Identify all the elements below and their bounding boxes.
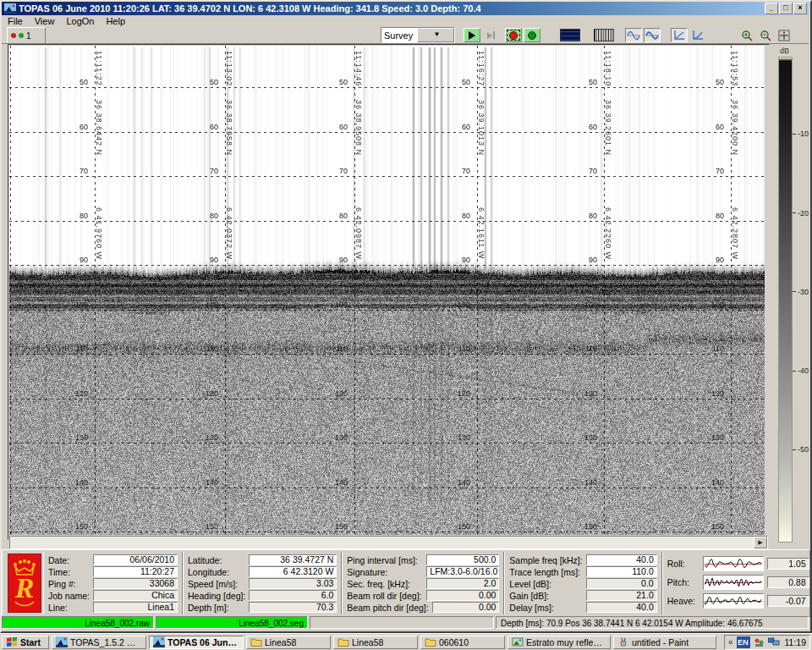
image-icon	[512, 636, 524, 647]
taskbar-item-0[interactable]: TOPAS_1.5.2 MkII	[52, 636, 146, 649]
svg-text:R: R	[14, 572, 35, 603]
close-button[interactable]: ×	[793, 3, 807, 14]
field-label: Longitude:	[188, 567, 249, 577]
menu-view[interactable]: View	[29, 16, 61, 27]
field-label: Beam roll dir [deg]:	[347, 591, 426, 601]
field-label: Ping interval [ms]:	[347, 555, 426, 565]
taskbar-item-4[interactable]: 060610	[420, 636, 505, 649]
field-label: Sample freq [kHz]:	[509, 555, 585, 565]
info-row: Trace length [ms]:110.0	[509, 566, 656, 577]
field-label: Trace length [ms]:	[509, 567, 585, 577]
tick-mark	[793, 449, 796, 450]
field-label: Depth [m]:	[188, 603, 249, 613]
horizontal-scrollbar[interactable]: ▶	[9, 536, 768, 549]
zoom-in-button[interactable]	[738, 28, 755, 42]
zoom-out-button[interactable]	[757, 28, 774, 42]
field-label: Time:	[48, 567, 93, 577]
info-row: Speed [m/s]:3.03	[188, 578, 337, 589]
info-row: Latitude:36 39.4727 N	[188, 554, 337, 565]
tick-label: -20	[798, 209, 809, 218]
taskbar-item-1[interactable]: TOPAS 06 June 2...	[149, 636, 244, 649]
nav-info-group: Latitude:36 39.4727 NLongitude:6 42.3120…	[183, 552, 342, 614]
windows-logo-icon	[6, 636, 18, 647]
colorbar-tick: -40	[793, 366, 809, 375]
window-title: TOPAS 06 June 2010 11:20:26 LAT: 36 39.4…	[19, 3, 481, 14]
zoom-fit-icon	[778, 30, 790, 41]
motion-value: 0.88	[767, 576, 809, 588]
tab-label: 1	[26, 31, 31, 41]
field-value: 0.00	[426, 590, 499, 601]
folder-icon	[250, 636, 262, 647]
menu-help[interactable]: Help	[100, 16, 131, 27]
plot-a-icon	[673, 30, 685, 41]
tick-label: -50	[798, 445, 809, 454]
taskbar-item-3[interactable]: Linea58	[333, 636, 418, 649]
institution-logo: R	[8, 554, 41, 613]
taskbar-item-6[interactable]: untitled - Paint	[613, 636, 716, 649]
record-status-icon	[11, 33, 16, 38]
play-button[interactable]	[464, 28, 480, 42]
field-value: 0.00	[432, 602, 500, 613]
field-label: Latitude:	[188, 555, 249, 565]
tab-1[interactable]: 1	[7, 27, 46, 43]
info-row: Longitude:6 42.3120 W	[188, 566, 337, 577]
tick-mark	[793, 134, 796, 135]
echogram-view-button[interactable]	[559, 28, 581, 42]
colorbar: dB -10-20-30-40-50	[773, 45, 810, 548]
field-value: 36 39.4727 N	[249, 554, 337, 565]
field-label: Sec. freq. [kHz]:	[347, 579, 426, 589]
field-value: Chica	[93, 590, 178, 601]
title-bar[interactable]: TOPAS 06 June 2010 11:20:26 LAT: 36 39.4…	[2, 2, 809, 15]
info-row: Signature:LFM:3.0-6.0/16.0	[347, 566, 499, 577]
zoom-fit-button[interactable]	[776, 28, 793, 42]
wave-b-button[interactable]	[644, 28, 661, 42]
echogram-display[interactable]	[9, 46, 765, 535]
start-button[interactable]: Start	[2, 636, 49, 649]
taskbar-item-label: TOPAS_1.5.2 MkII	[70, 637, 142, 647]
taskbar-item-label: untitled - Paint	[632, 637, 689, 647]
minimize-button[interactable]: _	[765, 3, 778, 14]
wave-a-button[interactable]	[625, 28, 642, 42]
folder-icon	[425, 636, 436, 647]
menu-file[interactable]: File	[2, 16, 29, 27]
network-icon[interactable]	[768, 637, 780, 647]
wave-b-icon	[645, 30, 659, 41]
scroll-right-button[interactable]: ▶	[754, 537, 767, 548]
taskbar-item-5[interactable]: Estrato muy reflectivo ...	[508, 636, 611, 649]
field-value: 70.3	[249, 602, 337, 613]
info-row: Time:11:20:27	[48, 566, 178, 577]
colorbar-tick: -20	[793, 209, 809, 218]
chevron-down-icon: ▼	[417, 28, 454, 42]
paint-icon	[617, 636, 629, 647]
mode-select[interactable]: Survey ▼	[381, 27, 455, 43]
status-spacer	[310, 616, 494, 629]
wiggle-view-button[interactable]	[593, 28, 615, 42]
menu-logon[interactable]: LogOn	[60, 16, 100, 27]
plot-b-button[interactable]	[689, 28, 706, 42]
acquisition-settings-group: Sample freq [kHz]:40.0Trace length [ms]:…	[504, 552, 661, 614]
motion-value: -0.07	[767, 595, 809, 607]
plot-b-icon	[692, 30, 704, 41]
info-row: Level [dB]:0.0	[509, 578, 656, 589]
field-label: Beam pitch dir [deg]:	[347, 603, 431, 613]
maximize-button[interactable]: □	[779, 3, 793, 14]
taskbar-item-2[interactable]: Linea58	[246, 636, 331, 649]
tray-chevron[interactable]: «	[728, 637, 733, 647]
tray-app-icon[interactable]	[754, 637, 765, 647]
taskbar-item-label: TOPAS 06 June 2...	[167, 637, 239, 647]
motion-waveform	[703, 556, 764, 571]
language-indicator[interactable]: EN	[737, 636, 750, 648]
wave-a-icon	[627, 30, 640, 41]
field-label: Gain [dB]:	[509, 591, 585, 601]
field-value: 6 42.3120 W	[249, 566, 337, 577]
zoom-in-icon	[741, 30, 753, 41]
step-button[interactable]	[482, 28, 499, 42]
record-button[interactable]	[505, 28, 522, 42]
field-value: 21.0	[586, 590, 657, 601]
ping-info-group: Date:06/06/2010Time:11:20:27Ping #:33068…	[43, 552, 183, 614]
plot-a-button[interactable]	[671, 28, 688, 42]
info-row: Beam pitch dir [deg]:0.00	[347, 602, 499, 613]
mark-button[interactable]	[524, 28, 540, 42]
menu-bar: FileViewLogOnHelp	[2, 15, 809, 27]
topas-icon	[153, 636, 165, 647]
